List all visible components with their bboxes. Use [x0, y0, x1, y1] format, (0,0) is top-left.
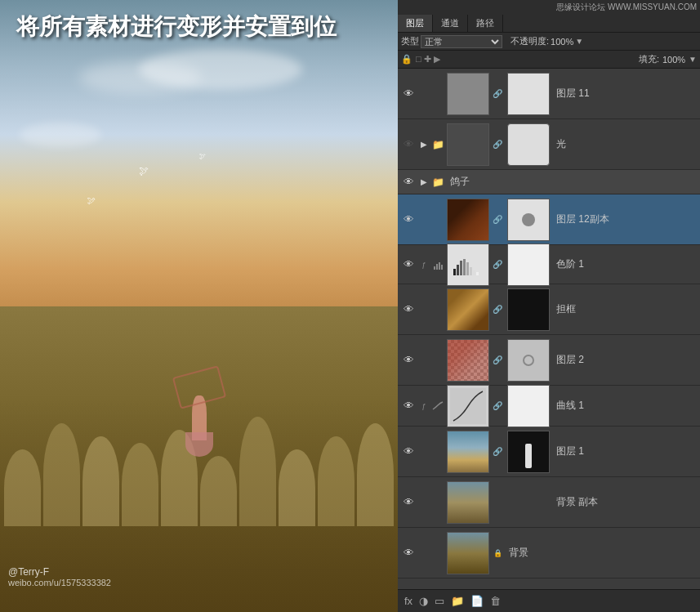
- adjustment-layer-row[interactable]: 👁 ƒ: [398, 245, 700, 284]
- layer-type-icon: [432, 355, 444, 366]
- mask-button[interactable]: ▭: [435, 595, 444, 607]
- weibo-handle: @Terry-F: [8, 566, 111, 578]
- layer-thumbnail-1: [447, 243, 489, 286]
- fill-arrow[interactable]: ▼: [689, 55, 697, 64]
- lock-icon: 🔒: [401, 54, 412, 65]
- svg-rect-5: [457, 265, 459, 275]
- visibility-toggle[interactable]: 👁: [401, 302, 416, 317]
- layer-expand: [419, 498, 429, 507]
- layer-type-icon: 📁: [432, 176, 444, 188]
- chain-icon: 🔒: [493, 532, 502, 574]
- layer-expand: [419, 355, 429, 365]
- layer-row[interactable]: 👁 🔗 图层 2: [398, 335, 700, 386]
- opacity-label: 不透明度:: [511, 35, 549, 47]
- layer-type-icon: [432, 497, 444, 508]
- layer-name: 色阶 1: [553, 257, 697, 271]
- fx-button[interactable]: fx: [404, 595, 412, 607]
- layer-thumbnail-2: [507, 385, 550, 427]
- layer-thumbnail-1: [447, 532, 489, 574]
- visibility-toggle[interactable]: 👁: [401, 399, 416, 413]
- fill-label: 填充:: [639, 53, 659, 65]
- visibility-toggle[interactable]: 👁: [401, 353, 416, 368]
- svg-rect-11: [476, 272, 479, 275]
- opacity-arrow[interactable]: ▼: [575, 37, 583, 46]
- layer-type-icon: [432, 304, 444, 315]
- svg-rect-6: [460, 261, 462, 275]
- layer-expand: [419, 447, 429, 457]
- layer-expand: [419, 305, 429, 315]
- svg-rect-1: [436, 264, 438, 270]
- layer-type-icon: [432, 400, 444, 412]
- weibo-url: weibo.com/u/1575333382: [8, 578, 111, 587]
- layers-panel[interactable]: 👁 🔗 图层 11 👁 ▶ 📁 🔗 光 👁 ▶ 📁 鸽子 👁: [398, 69, 700, 589]
- layer-thumbnail-2: [507, 431, 550, 473]
- tab-layers[interactable]: 图层: [398, 15, 433, 32]
- layer-thumbnail-1: [447, 73, 489, 115]
- chain-icon: 🔗: [493, 123, 502, 166]
- bird-3: 🕊: [199, 153, 206, 160]
- chain-icon: 🔗: [493, 339, 502, 382]
- svg-rect-2: [439, 262, 440, 270]
- lock-options: □ ✚ ▶: [416, 54, 440, 65]
- visibility-toggle[interactable]: 👁: [401, 495, 416, 510]
- layer-row[interactable]: 👁 🔗 图层 1: [398, 427, 700, 477]
- layer-thumbnail-2: [507, 243, 550, 286]
- mode-select[interactable]: 正常: [421, 35, 502, 48]
- new-group-button[interactable]: 📁: [451, 595, 464, 607]
- fill-toolbar: 🔒 □ ✚ ▶ 填充: 100% ▼: [398, 51, 700, 69]
- visibility-toggle[interactable]: 👁: [401, 444, 416, 459]
- visibility-toggle[interactable]: 👁: [401, 137, 416, 152]
- layer-thumbnail-2: [507, 73, 550, 115]
- layer-thumbnail-2: [507, 199, 550, 241]
- delete-layer-button[interactable]: 🗑: [490, 595, 501, 607]
- layer-row[interactable]: 👁 🔗 图层 12副本: [398, 194, 700, 245]
- tab-paths[interactable]: 路径: [468, 15, 503, 32]
- layer-row[interactable]: 👁 🔗 图层 11: [398, 69, 700, 119]
- layer-row[interactable]: 👁 背景 副本: [398, 477, 700, 528]
- svg-rect-0: [434, 266, 435, 270]
- layer-expand: ƒ: [419, 260, 429, 270]
- layer-thumbnail-2: [507, 288, 550, 331]
- fill-value: 100%: [662, 55, 685, 65]
- layer-row[interactable]: 👁 🔗 担框: [398, 284, 700, 335]
- layer-expand[interactable]: ▶: [419, 177, 429, 187]
- layer-type-icon: [432, 259, 444, 270]
- chain-icon: 🔗: [493, 199, 502, 241]
- layer-name: 光: [553, 137, 697, 151]
- layer-expand: [419, 215, 429, 225]
- header-area: 思缘设计论坛 WWW.MISSYUAN.COM: [398, 0, 700, 15]
- layer-row[interactable]: 👁 🔒 背景: [398, 528, 700, 578]
- bird-1: 🕊: [139, 165, 149, 176]
- group-header-row[interactable]: 👁 ▶ 📁 鸽子: [398, 170, 700, 194]
- visibility-toggle[interactable]: 👁: [401, 257, 416, 272]
- mode-label: 类型: [401, 35, 419, 47]
- right-panel: 思缘设计论坛 WWW.MISSYUAN.COM 图层 通道 路径 类型 正常 不…: [398, 0, 700, 612]
- svg-rect-3: [441, 265, 443, 270]
- layer-name: 担框: [553, 302, 697, 316]
- layer-expand: [419, 548, 429, 558]
- new-layer-button[interactable]: 📄: [470, 595, 484, 607]
- visibility-toggle[interactable]: 👁: [401, 212, 416, 227]
- chain-icon: 🔗: [493, 431, 502, 473]
- visibility-toggle[interactable]: 👁: [401, 546, 416, 561]
- layer-expand: [419, 89, 429, 99]
- layer-name: 图层 11: [553, 87, 697, 101]
- svg-rect-10: [473, 270, 475, 275]
- layer-expand[interactable]: ▶: [419, 140, 429, 150]
- svg-rect-9: [470, 267, 472, 275]
- canvas-area: 🕊 🕊 🕊: [0, 0, 398, 612]
- layer-thumbnail-1: [447, 385, 489, 427]
- layer-thumbnail-1: [447, 199, 489, 241]
- adjustment-layer-row[interactable]: 👁 ƒ 🔗 曲线 1: [398, 386, 700, 427]
- site-watermark: 思缘设计论坛 WWW.MISSYUAN.COM: [556, 2, 697, 13]
- adjustment-button[interactable]: ◑: [419, 595, 428, 607]
- visibility-toggle[interactable]: 👁: [401, 87, 416, 101]
- canvas-image: 🕊 🕊 🕊: [0, 0, 398, 612]
- layer-row[interactable]: 👁 ▶ 📁 🔗 光: [398, 119, 700, 170]
- tab-channels[interactable]: 通道: [433, 15, 468, 32]
- bird-2: 🕊: [87, 196, 96, 205]
- tabs-row: 图层 通道 路径: [398, 15, 700, 33]
- layer-thumbnail-1: [447, 481, 489, 524]
- visibility-toggle[interactable]: 👁: [401, 175, 416, 190]
- layer-name: 鸽子: [447, 175, 697, 189]
